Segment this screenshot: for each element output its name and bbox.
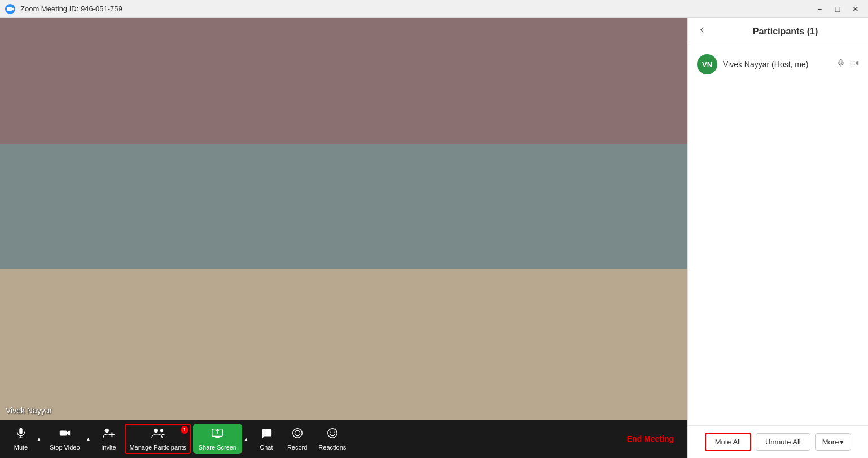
mute-chevron[interactable]: ▲	[35, 434, 43, 444]
mute-all-button[interactable]: Mute All	[705, 433, 751, 451]
avatar: VN	[697, 54, 717, 74]
participant-video-icon	[850, 59, 859, 70]
svg-point-16	[295, 430, 300, 435]
invite-icon	[102, 427, 115, 442]
participant-item: VN Vivek Nayyar (Host, me)	[688, 50, 868, 79]
stop-video-label: Stop Video	[50, 444, 80, 451]
invite-button[interactable]: Invite	[94, 424, 122, 454]
participants-badge: 1	[181, 426, 188, 434]
svg-rect-20	[840, 59, 842, 64]
title-bar: Zoom Meeting ID: 946-051-759 − □ ✕	[0, 0, 868, 18]
record-label: Record	[287, 444, 307, 451]
panel-footer: Mute All Unmute All More ▾	[688, 425, 868, 458]
svg-point-15	[292, 429, 302, 438]
mic-icon	[15, 427, 27, 442]
invite-label: Invite	[101, 444, 116, 451]
close-button[interactable]: ✕	[848, 3, 863, 15]
title-bar-left: Zoom Meeting ID: 946-051-759	[5, 3, 122, 15]
more-chevron-icon: ▾	[840, 438, 844, 446]
participant-list: VN Vivek Nayyar (Host, me)	[688, 45, 868, 425]
right-panel: Participants (1) VN Vivek Nayyar (Host, …	[687, 18, 868, 458]
video-segment-mid	[0, 144, 687, 270]
svg-point-7	[105, 429, 109, 433]
participant-name-overlay: Vivek Nayyar	[6, 406, 52, 415]
chat-label: Chat	[260, 444, 273, 451]
stop-video-group: Stop Video ▲	[45, 424, 93, 454]
share-screen-group: Share Screen ▲	[193, 424, 250, 454]
camera-icon	[59, 427, 71, 442]
svg-point-19	[334, 431, 335, 433]
stop-video-button[interactable]: Stop Video	[45, 424, 85, 454]
share-screen-icon	[211, 427, 223, 442]
record-icon	[291, 427, 304, 442]
panel-collapse-button[interactable]	[697, 25, 707, 38]
share-screen-button[interactable]: Share Screen	[193, 424, 242, 454]
video-chevron[interactable]: ▲	[85, 434, 93, 444]
participant-mic-icon	[836, 59, 845, 70]
participants-icon	[151, 427, 165, 442]
participant-controls	[836, 59, 859, 70]
maximize-button[interactable]: □	[830, 3, 845, 15]
unmute-all-button[interactable]: Unmute All	[756, 433, 810, 451]
share-chevron[interactable]: ▲	[242, 434, 250, 444]
panel-header: Participants (1)	[688, 18, 868, 45]
meeting-id-label: Zoom Meeting ID: 946-051-759	[20, 5, 122, 13]
svg-rect-22	[851, 61, 856, 65]
video-segments	[0, 18, 687, 420]
video-segment-top	[0, 18, 687, 144]
zoom-logo-icon	[5, 3, 16, 15]
minimize-button[interactable]: −	[812, 3, 827, 15]
reactions-icon	[326, 427, 339, 442]
more-label: More	[822, 438, 839, 446]
main-layout: Vivek Nayyar Mute ▲	[0, 18, 868, 458]
mute-button[interactable]: Mute	[7, 424, 35, 454]
mute-group: Mute ▲	[7, 424, 43, 454]
manage-participants-button[interactable]: 1 Manage Participants	[125, 424, 190, 454]
toolbar: Mute ▲ Stop Video ▲	[0, 420, 687, 458]
chat-button[interactable]: Chat	[252, 424, 280, 454]
panel-title: Participants (1)	[712, 27, 859, 37]
participant-name: Vivek Nayyar (Host, me)	[723, 60, 831, 69]
svg-point-18	[330, 431, 331, 433]
svg-rect-5	[60, 430, 67, 435]
title-bar-controls: − □ ✕	[812, 3, 863, 15]
video-content: Vivek Nayyar	[0, 18, 687, 420]
svg-marker-23	[856, 61, 858, 65]
chat-icon	[260, 427, 273, 442]
video-segment-bottom	[0, 269, 687, 420]
manage-participants-label: Manage Participants	[129, 444, 186, 451]
svg-point-10	[154, 429, 157, 433]
svg-point-17	[328, 429, 337, 438]
record-button[interactable]: Record	[283, 424, 312, 454]
share-screen-label: Share Screen	[199, 444, 236, 451]
reactions-button[interactable]: Reactions	[314, 424, 350, 454]
svg-point-11	[160, 429, 163, 433]
svg-rect-2	[19, 428, 23, 434]
reactions-label: Reactions	[318, 444, 346, 451]
mute-label: Mute	[14, 444, 28, 451]
end-meeting-button[interactable]: End Meeting	[620, 431, 681, 447]
video-area: Vivek Nayyar Mute ▲	[0, 18, 687, 458]
svg-marker-6	[67, 430, 70, 435]
more-button[interactable]: More ▾	[815, 433, 852, 451]
